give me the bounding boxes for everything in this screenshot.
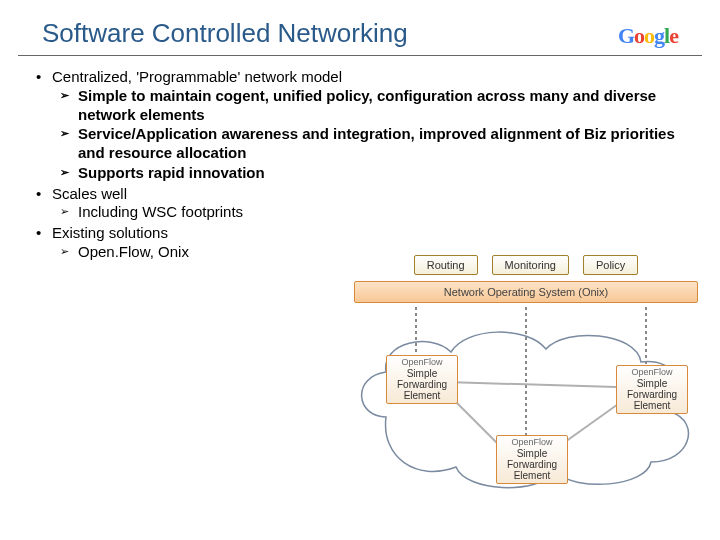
bullet-1-sub-3: Supports rapid innovation: [78, 164, 684, 183]
monitoring-box: Monitoring: [492, 255, 569, 275]
forwarding-element-3: OpenFlow Simple Forwarding Element: [496, 435, 568, 484]
routing-box: Routing: [414, 255, 478, 275]
bullet-1: Centralized, 'Programmable' network mode…: [52, 68, 684, 183]
nos-box: Network Operating System (Onix): [354, 281, 698, 303]
bullet-2: Scales well Including WSC footprints: [52, 185, 684, 223]
policy-box: Policy: [583, 255, 638, 275]
bullet-1-sub-2: Service/Application awareness and integr…: [78, 125, 684, 163]
forwarding-element-2: OpenFlow Simple Forwarding Element: [616, 365, 688, 414]
slide-title: Software Controlled Networking: [42, 18, 408, 49]
google-logo: Google: [618, 23, 678, 49]
link-2: [446, 382, 616, 387]
architecture-diagram: Routing Monitoring Policy Network Operat…: [346, 255, 706, 525]
slide-header: Software Controlled Networking Google: [18, 0, 702, 56]
bullet-1-sub-1: Simple to maintain cogent, unified polic…: [78, 87, 684, 125]
slide-body: Centralized, 'Programmable' network mode…: [0, 56, 720, 262]
bullet-2-sub-1: Including WSC footprints: [78, 203, 684, 222]
cloud-area: OpenFlow Simple Forwarding Element OpenF…: [346, 307, 706, 497]
forwarding-element-1: OpenFlow Simple Forwarding Element: [386, 355, 458, 404]
